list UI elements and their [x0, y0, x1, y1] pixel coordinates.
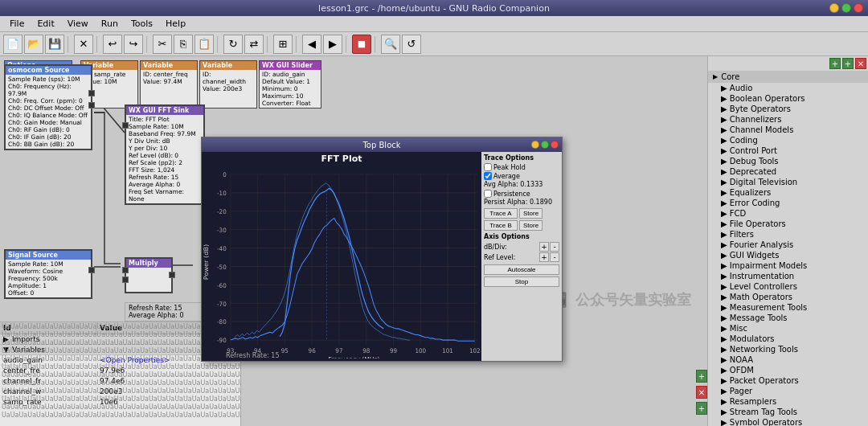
- sidebar-item-coding[interactable]: ▶ Coding: [708, 135, 868, 145]
- rotate-button[interactable]: ↻: [223, 35, 243, 54]
- fft-dialog[interactable]: Top Block FFT Plot: [201, 137, 563, 362]
- osmocom-out1[interactable]: [88, 102, 95, 109]
- sidebar-item-modulators[interactable]: ▶ Modulators: [708, 334, 868, 344]
- sidebar-item-control-port[interactable]: ▶ Control Port: [708, 145, 868, 156]
- sidebar-item-symbol-ops[interactable]: ▶ Symbol Operators: [708, 417, 868, 426]
- save-button[interactable]: 💾: [45, 35, 64, 54]
- signal-out0[interactable]: [88, 267, 95, 273]
- del-block-button[interactable]: ✕: [696, 386, 707, 399]
- add-block-button[interactable]: +: [696, 370, 707, 383]
- sidebar-item-byte[interactable]: ▶ Byte Operators: [708, 104, 868, 114]
- wxfft-block[interactable]: WX GUI FFT Sink Title: FFT Plot Sample R…: [125, 104, 205, 205]
- cut-button[interactable]: ✂: [153, 35, 172, 54]
- var-audio-gain[interactable]: WX GUI Slider ID: audio_gain Default Val…: [259, 60, 321, 109]
- flip-button[interactable]: ⇄: [244, 35, 264, 54]
- menu-tools[interactable]: Tools: [125, 18, 159, 30]
- wxfft-in0[interactable]: [122, 122, 129, 129]
- sidebar-item-filters[interactable]: ▶ Filters: [708, 229, 868, 240]
- trace-a-button[interactable]: Trace A: [484, 208, 518, 219]
- sidebar-item-channel-models[interactable]: ▶ Channel Models: [708, 125, 868, 135]
- trace-b-button[interactable]: Trace B: [484, 220, 518, 231]
- new-button[interactable]: 📄: [3, 35, 23, 54]
- nav-right[interactable]: ▶: [323, 35, 342, 54]
- sidebar-item-debug[interactable]: ▶ Debug Tools: [708, 156, 868, 166]
- persistence-row[interactable]: Persistence: [484, 190, 559, 198]
- run-stop-button[interactable]: ■: [352, 35, 371, 54]
- average-row[interactable]: Average: [484, 172, 559, 180]
- persistence-checkbox[interactable]: [484, 190, 492, 198]
- menu-view[interactable]: View: [61, 18, 95, 30]
- menu-file[interactable]: File: [3, 18, 31, 30]
- sidebar-item-instrumentation[interactable]: ▶ Instrumentation: [708, 271, 868, 281]
- copy-button[interactable]: ⎘: [174, 35, 193, 54]
- add-block-button-2[interactable]: +: [696, 402, 707, 415]
- store-b-button[interactable]: Store: [519, 220, 542, 231]
- signal-block[interactable]: Signal Source Sample Rate: 10M Waveform:…: [4, 249, 92, 299]
- sidebar-item-pager[interactable]: ▶ Pager: [708, 386, 868, 396]
- sidebar-item-math-ops[interactable]: ▶ Math Operators: [708, 292, 868, 302]
- remove-button[interactable]: ✕: [855, 58, 866, 69]
- align-button[interactable]: ⊞: [273, 35, 293, 54]
- sidebar-item-ofdm[interactable]: ▶ OFDM: [708, 365, 868, 375]
- multiply-in1[interactable]: [122, 276, 129, 283]
- sidebar-item-misc[interactable]: ▶ Misc: [708, 323, 868, 334]
- sidebar-item-level-ctrl[interactable]: ▶ Level Controllers: [708, 281, 868, 292]
- close-button[interactable]: [854, 3, 863, 13]
- add-button[interactable]: +: [829, 58, 841, 69]
- db-div-minus[interactable]: -: [550, 242, 559, 252]
- fft-close[interactable]: [551, 141, 559, 149]
- average-checkbox[interactable]: [484, 172, 492, 180]
- sidebar-item-fcd[interactable]: ▶ FCD: [708, 208, 868, 219]
- fft-minimize[interactable]: [531, 141, 539, 149]
- paste-button[interactable]: 📋: [194, 35, 214, 54]
- sidebar-item-channelizers[interactable]: ▶ Channelizers: [708, 114, 868, 125]
- fft-maximize[interactable]: [541, 141, 549, 149]
- sidebar-item-error-coding[interactable]: ▶ Error Coding: [708, 198, 868, 208]
- sidebar-item-message[interactable]: ▶ Message Tools: [708, 313, 868, 323]
- osmocom-out0[interactable]: [88, 90, 95, 96]
- redo-button[interactable]: ↪: [124, 35, 143, 54]
- multiply-in0[interactable]: [122, 267, 129, 273]
- minimize-button[interactable]: [829, 3, 839, 13]
- refresh-button[interactable]: ↺: [402, 35, 421, 54]
- multiply-out0[interactable]: [169, 272, 175, 278]
- undo-button[interactable]: ↩: [103, 35, 122, 54]
- var-channel-width[interactable]: Variable ID: channel_width Value: 200e3: [199, 60, 257, 109]
- search-button[interactable]: 🔍: [381, 35, 400, 54]
- maximize-button[interactable]: [841, 3, 851, 13]
- db-div-plus[interactable]: +: [539, 242, 549, 252]
- menu-run[interactable]: Run: [95, 18, 125, 30]
- stop-button[interactable]: Stop: [484, 276, 559, 287]
- sidebar-item-resamplers[interactable]: ▶ Resamplers: [708, 396, 868, 407]
- nav-left[interactable]: ◀: [302, 35, 321, 54]
- sidebar-item-fourier[interactable]: ▶ Fourier Analysis: [708, 240, 868, 250]
- var-center-freq[interactable]: Variable ID: center_freq Value: 97.4M: [140, 60, 198, 109]
- sidebar-item-measurement[interactable]: ▶ Measurement Tools: [708, 302, 868, 313]
- sidebar-item-deprecated[interactable]: ▶ Deprecated: [708, 166, 868, 177]
- close-document-button[interactable]: ✕: [74, 35, 93, 54]
- sidebar-item-file-ops[interactable]: ▶ File Operators: [708, 219, 868, 229]
- osmocom-block[interactable]: osmocom Source Sample Rate (sps): 10M Ch…: [4, 64, 92, 150]
- ref-level-minus[interactable]: -: [550, 252, 559, 262]
- sidebar-item-impairment[interactable]: ▶ Impairment Models: [708, 260, 868, 271]
- sidebar-item-audio[interactable]: ▶ Audio: [708, 83, 868, 93]
- peak-hold-row[interactable]: Peak Hold: [484, 163, 559, 171]
- core-section-header[interactable]: ▶ Core: [708, 71, 868, 83]
- canvas-area[interactable]: Options ID: top_block Generate Options: …: [0, 56, 707, 426]
- sidebar-item-noaa[interactable]: ▶ NOAA: [708, 354, 868, 365]
- sidebar-item-gui-widgets[interactable]: ▶ GUI Widgets: [708, 250, 868, 260]
- sidebar-item-digital-tv[interactable]: ▶ Digital Television: [708, 177, 868, 187]
- ref-level-plus[interactable]: +: [539, 252, 549, 262]
- sidebar-item-networking[interactable]: ▶ Networking Tools: [708, 344, 868, 354]
- menu-edit[interactable]: Edit: [31, 18, 60, 30]
- sidebar-item-packet-ops[interactable]: ▶ Packet Operators: [708, 375, 868, 386]
- sidebar-item-boolean[interactable]: ▶ Boolean Operators: [708, 93, 868, 104]
- sidebar-item-stream-tag-tools[interactable]: ▶ Stream Tag Tools: [708, 407, 868, 417]
- add-button-2[interactable]: +: [842, 58, 854, 69]
- autoscale-button[interactable]: Autoscale: [484, 264, 559, 275]
- store-a-button[interactable]: Store: [519, 208, 542, 219]
- menu-help[interactable]: Help: [159, 18, 192, 30]
- sidebar-item-equalizers[interactable]: ▶ Equalizers: [708, 187, 868, 198]
- peak-hold-checkbox[interactable]: [484, 163, 492, 171]
- multiply-block[interactable]: Multiply: [125, 257, 173, 293]
